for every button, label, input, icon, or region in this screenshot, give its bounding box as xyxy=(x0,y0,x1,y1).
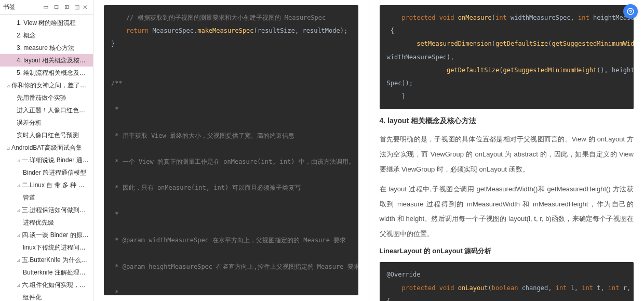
bookmark-label: 3. measure 核心方法 xyxy=(17,44,74,51)
bookmark-label: Butterknife 注解处理器的例子 xyxy=(23,269,93,276)
page-right: protected void onMeasure(int widthMeasur… xyxy=(369,0,645,301)
subheading-linearlayout: LinearLayout 的 onLayout 源码分析 xyxy=(380,246,634,256)
code-block-measure: // 根据获取到的子视图的测量要求和大小创建子视图的 MeasureSpec r… xyxy=(104,5,358,295)
caret-icon: ⊿ xyxy=(6,145,10,152)
bookmark-item[interactable]: Binder 跨进程通信模型 xyxy=(0,166,93,179)
bookmark-item[interactable]: 1. View 树的绘图流程 xyxy=(0,17,93,29)
bookmark-tag-icon[interactable]: ◫ xyxy=(73,4,81,11)
bookmark-item[interactable]: 实时人像口红色号预测 xyxy=(0,129,93,141)
bookmark-label: 一.详细说说 Binder 通信原理与机制 xyxy=(22,156,93,164)
bookmark-item[interactable]: ⊿三.进程保活如何做到，你们保活率… xyxy=(0,204,93,216)
bookmark-item[interactable]: 先用番茄做个实验 xyxy=(0,91,93,104)
bookmark-label: 四.谈一谈 Binder 的原理和实现一… xyxy=(22,231,93,239)
sidebar-header: 书签 ▭ ⊟ ⊞ ◫ ✕ xyxy=(0,0,93,15)
paragraph: 在 layout 过程中,子视图会调用 getMeasuredWidth()和 … xyxy=(380,182,634,241)
caret-icon: ⊿ xyxy=(17,158,21,165)
code-block-onlayout: @Override protected void onLayout(boolea… xyxy=(380,262,634,301)
bookmarks-sidebar: 书签 ▭ ⊟ ⊞ ◫ ✕ 1. View 树的绘图流程2. 概念3. measu… xyxy=(0,0,93,301)
bookmark-label: AndroidBAT高级面试合集 xyxy=(11,144,82,151)
section-title-layout: 4. layout 相关概念及核心方法 xyxy=(380,116,634,126)
bookmark-label: Binder 跨进程通信模型 xyxy=(23,169,86,176)
bookmark-label: 进入正题！人像口红色号识别 xyxy=(17,107,93,114)
caret-icon: ⊿ xyxy=(6,83,10,90)
bookmark-label: 4. layout 相关概念及核心方法 xyxy=(17,57,93,64)
bookmark-item[interactable]: 4. layout 相关概念及核心方法 xyxy=(0,54,93,67)
bookmark-item[interactable]: 组件化 xyxy=(0,291,93,301)
caret-icon: ⊿ xyxy=(17,282,21,290)
collapse-icon[interactable]: ⊟ xyxy=(52,4,60,11)
page-left: // 根据获取到的子视图的测量要求和大小创建子视图的 MeasureSpec r… xyxy=(93,0,369,301)
feedback-fab[interactable] xyxy=(623,4,638,19)
bookmark-item[interactable]: 进入正题！人像口红色号识别 xyxy=(0,104,93,116)
bookmark-item[interactable]: ⊿一.详细说说 Binder 通信原理与机制 xyxy=(0,154,93,166)
bookmark-item[interactable]: ⊿AndroidBAT高级面试合集 xyxy=(0,141,93,154)
caret-icon: ⊿ xyxy=(17,182,21,190)
bookmark-item[interactable]: ⊿四.谈一谈 Binder 的原理和实现一… xyxy=(0,229,93,241)
code-block-onmeasure: protected void onMeasure(int widthMeasur… xyxy=(380,5,634,109)
caret-icon: ⊿ xyxy=(17,257,21,265)
bookmark-label: 六.组件化如何实现，组件化与插件… xyxy=(22,281,93,289)
bookmark-label: 你和你的女神之间，差了一个 OpenCV… xyxy=(11,82,93,89)
bookmark-label: 实时人像口红色号预测 xyxy=(17,132,79,139)
bookmark-label: 组件化 xyxy=(23,294,42,301)
bookmark-label: linux下传统的进程间通信原理 xyxy=(23,244,93,251)
paragraph: 首先要明确的是，子视图的具体位置都是相对于父视图而言的。View 的 onLay… xyxy=(380,132,634,177)
bookmark-item[interactable]: 2. 概念 xyxy=(0,29,93,42)
bookmark-item[interactable]: ⊿二.Linux 自 带 多 种 进 程 通 信 方… xyxy=(0,179,93,191)
bookmark-item[interactable]: 误差分析 xyxy=(0,116,93,129)
bookmark-label: 5. 绘制流程相关概念及核心方法 xyxy=(17,69,93,76)
svg-point-0 xyxy=(627,8,634,15)
caret-icon: ⊿ xyxy=(17,207,21,215)
bookmark-item[interactable]: 3. measure 核心方法 xyxy=(0,42,93,54)
close-icon[interactable]: ✕ xyxy=(83,4,90,11)
bookmark-label: 管道 xyxy=(23,194,35,201)
bookmark-label: 二.Linux 自 带 多 种 进 程 通 信 方… xyxy=(22,181,93,189)
bookmark-label: 三.进程保活如何做到，你们保活率… xyxy=(22,206,93,214)
bookmark-item[interactable]: 5. 绘制流程相关概念及核心方法 xyxy=(0,67,93,79)
bookmark-label: 2. 概念 xyxy=(17,32,36,39)
add-bookmark-icon[interactable]: ⊞ xyxy=(63,4,70,11)
bookmark-label: 五.ButterKnife 为什么执行效率为… xyxy=(22,256,93,264)
bookmark-item[interactable]: ⊿六.组件化如何实现，组件化与插件… xyxy=(0,279,93,291)
bookmark-label: 误差分析 xyxy=(17,119,42,126)
bookmark-item[interactable]: Butterknife 注解处理器的例子 xyxy=(0,266,93,279)
expand-icon[interactable]: ▭ xyxy=(42,4,49,11)
bookmark-item[interactable]: ⊿你和你的女神之间，差了一个 OpenCV… xyxy=(0,79,93,91)
bookmark-item[interactable]: ⊿五.ButterKnife 为什么执行效率为… xyxy=(0,254,93,266)
bookmark-tree[interactable]: 1. View 树的绘图流程2. 概念3. measure 核心方法4. lay… xyxy=(0,15,93,301)
bookmark-item[interactable]: linux下传统的进程间通信原理 xyxy=(0,241,93,254)
document-viewer: // 根据获取到的子视图的测量要求和大小创建子视图的 MeasureSpec r… xyxy=(93,0,644,301)
bookmark-item[interactable]: 进程优先级 xyxy=(0,216,93,229)
bookmark-item[interactable]: 管道 xyxy=(0,191,93,204)
sidebar-toolbar: ▭ ⊟ ⊞ ◫ xyxy=(42,4,81,11)
sidebar-title: 书签 xyxy=(3,3,42,11)
bookmark-label: 先用番茄做个实验 xyxy=(17,94,66,101)
caret-icon: ⊿ xyxy=(17,232,21,240)
bookmark-label: 进程优先级 xyxy=(23,219,54,226)
bookmark-label: 1. View 树的绘图流程 xyxy=(17,19,76,27)
